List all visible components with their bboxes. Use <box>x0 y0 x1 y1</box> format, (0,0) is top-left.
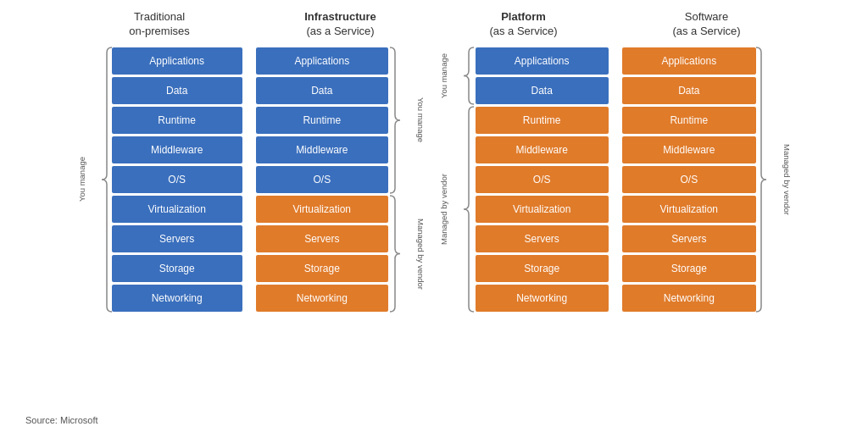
column-saas: Software(as a Service)ApplicationsDataRu… <box>622 8 792 312</box>
stack-item-o-s: O/S <box>476 166 609 193</box>
stack-item-middleware: Middleware <box>256 136 389 163</box>
column-title-saas: Software(as a Service) <box>672 8 740 41</box>
stack-item-storage: Storage <box>622 255 757 282</box>
stack-item-virtualization: Virtualization <box>622 196 757 223</box>
stack-item-middleware: Middleware <box>476 136 609 163</box>
stack-item-o-s: O/S <box>622 166 757 193</box>
stack-item-middleware: Middleware <box>112 136 242 163</box>
stack-item-networking: Networking <box>476 285 609 312</box>
stack-item-data: Data <box>622 77 757 104</box>
stack-item-runtime: Runtime <box>112 107 242 134</box>
stack-item-applications: Applications <box>476 47 609 75</box>
stack-item-applications: Applications <box>256 47 389 75</box>
main-container: Traditionalon-premisesYou manageApplicat… <box>0 0 868 432</box>
stack-item-applications: Applications <box>112 47 242 75</box>
stack-item-networking: Networking <box>112 285 242 312</box>
column-title-iaas: Infrastructure(as a Service) <box>304 8 376 41</box>
stack-item-servers: Servers <box>256 225 389 252</box>
stack-item-servers: Servers <box>112 225 242 252</box>
stack-item-applications: Applications <box>622 47 757 75</box>
stack-item-middleware: Middleware <box>622 136 757 163</box>
item-stack: ApplicationsDataRuntimeMiddlewareO/SVirt… <box>476 47 609 312</box>
stack-item-networking: Networking <box>622 285 757 312</box>
item-stack: ApplicationsDataRuntimeMiddlewareO/SVirt… <box>622 47 757 312</box>
column-paas: Platform(as a Service)You manageManaged … <box>439 8 609 312</box>
stack-item-o-s: O/S <box>256 166 389 193</box>
stack-item-runtime: Runtime <box>256 107 389 134</box>
stack-item-virtualization: Virtualization <box>476 196 609 223</box>
column-traditional: Traditionalon-premisesYou manageApplicat… <box>77 8 242 312</box>
stack-item-networking: Networking <box>256 285 389 312</box>
stack-item-runtime: Runtime <box>476 107 609 134</box>
stack-item-data: Data <box>112 77 242 104</box>
column-title-traditional: Traditionalon-premises <box>129 8 190 41</box>
stack-item-runtime: Runtime <box>622 107 757 134</box>
item-stack: ApplicationsDataRuntimeMiddlewareO/SVirt… <box>256 47 389 312</box>
stack-item-virtualization: Virtualization <box>112 196 242 223</box>
stack-item-storage: Storage <box>112 255 242 282</box>
stack-item-servers: Servers <box>622 225 757 252</box>
column-iaas: Infrastructure(as a Service)Applications… <box>256 8 426 312</box>
columns-area: Traditionalon-premisesYou manageApplicat… <box>17 8 851 410</box>
stack-item-virtualization: Virtualization <box>256 196 389 223</box>
item-stack: ApplicationsDataRuntimeMiddlewareO/SVirt… <box>112 47 242 312</box>
stack-item-servers: Servers <box>476 225 609 252</box>
stack-item-data: Data <box>476 77 609 104</box>
stack-item-storage: Storage <box>256 255 389 282</box>
source-text: Source: Microsoft <box>17 415 98 425</box>
column-title-paas: Platform(as a Service) <box>489 8 557 41</box>
stack-item-data: Data <box>256 77 389 104</box>
stack-item-o-s: O/S <box>112 166 242 193</box>
stack-item-storage: Storage <box>476 255 609 282</box>
